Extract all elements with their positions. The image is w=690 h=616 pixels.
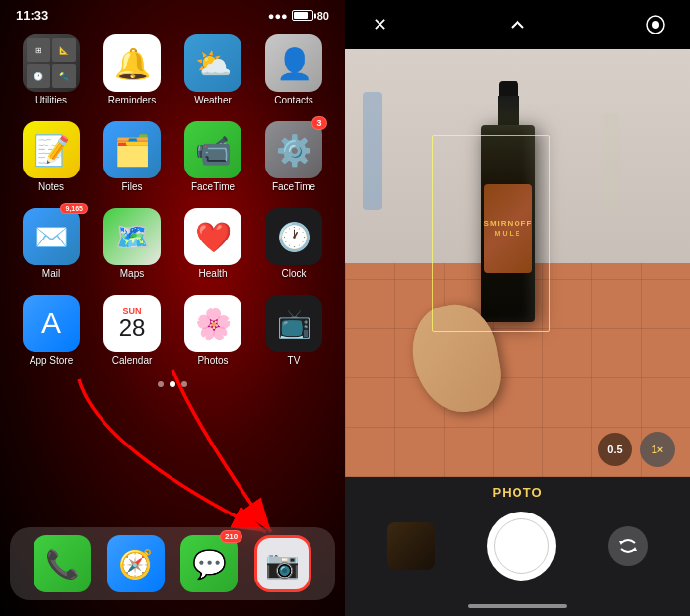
app-contacts[interactable]: 👤 Contacts [258,34,329,105]
health-icon: ❤️ [184,208,242,265]
flip-camera-button[interactable] [608,526,648,566]
camera-view: ✕ [345,0,690,616]
facetime-icon: 📹 [184,121,242,178]
settings-label: FaceTime [272,181,315,192]
settings-icon: ⚙️ 3 [265,121,322,178]
last-photo-thumbnail[interactable] [387,522,435,570]
dot-1 [158,381,164,387]
dot-3 [181,381,187,387]
app-settings[interactable]: ⚙️ 3 FaceTime [258,121,329,192]
calendar-icon: SUN 28 [104,295,161,352]
shutter-button[interactable] [487,512,556,581]
settings-badge: 3 [311,116,327,130]
app-grid-row3: ✉️ 9,165 Mail 🗺️ Maps ❤️ Health 🕐 Clock [0,200,345,287]
utilities-label: Utilities [35,95,67,105]
status-icons: ●●● 80 [268,10,329,22]
camera-viewfinder[interactable]: SMIRNOFF MULE 0.5 1× [345,49,690,477]
dock-messages-wrapper: 💬 210 [180,535,238,592]
app-photos[interactable]: 🌸 Photos [177,295,248,366]
app-grid-row1: ⊞ 📐 🕐 🔦 Utilities 🔔 Reminders ⛅ Weather … [0,27,345,113]
signal-icon: ●●● [268,10,288,22]
app-maps[interactable]: 🗺️ Maps [97,208,168,279]
zoom-indicator: 0.5 1× [598,432,675,467]
app-tv[interactable]: 📺 TV [258,295,329,366]
app-grid-row4: A App Store SUN 28 Calendar 🌸 Photos 📺 T… [0,287,345,374]
zoom-1x-btn[interactable]: 1× [640,432,675,467]
health-label: Health [199,268,228,279]
files-label: Files [121,181,142,192]
messages-badge: 210 [220,530,242,543]
clock: 11:33 [16,8,48,23]
photos-label: Photos [197,355,228,366]
weather-icon: ⛅ [184,34,242,92]
appstore-label: App Store [30,355,73,366]
status-bar: 11:33 ●●● 80 [0,0,345,27]
app-appstore[interactable]: A App Store [16,295,87,366]
page-indicator [0,374,345,391]
bottle-neck [498,96,519,125]
app-notes[interactable]: 📝 Notes [16,121,87,192]
weather-label: Weather [194,95,232,105]
mail-badge: 9,165 [60,203,88,214]
app-mail[interactable]: ✉️ 9,165 Mail [16,208,87,279]
flash-off-icon[interactable]: ✕ [365,10,394,39]
camera-bottom-bar: PHOTO [345,477,690,596]
focus-box [432,135,550,332]
tv-icon: 📺 [265,295,322,352]
camera-top-bar: ✕ [345,0,690,49]
camera-scene: SMIRNOFF MULE 0.5 1× [345,49,690,477]
app-calendar[interactable]: SUN 28 Calendar [97,295,168,366]
dock-camera-wrapper: 📷 [254,535,311,592]
contacts-icon: 👤 [265,34,322,92]
svg-point-3 [652,21,659,29]
app-grid-row2: 📝 Notes 🗂️ Files 📹 FaceTime ⚙️ 3 FaceTim… [0,113,345,200]
app-facetime[interactable]: 📹 FaceTime [177,121,248,192]
app-utilities[interactable]: ⊞ 📐 🕐 🔦 Utilities [16,34,87,105]
iphone-home-screen: 11:33 ●●● 80 ⊞ 📐 🕐 🔦 Utilities [0,0,345,616]
mail-icon: ✉️ 9,165 [23,208,80,265]
dock: 📞 🧭 💬 210 📷 [10,527,335,600]
app-clock[interactable]: 🕐 Clock [258,208,329,279]
zoom-05-btn[interactable]: 0.5 [598,433,632,466]
app-files[interactable]: 🗂️ Files [97,121,168,192]
battery-pct: 80 [317,10,329,22]
clock-label: Clock [281,268,306,279]
maps-label: Maps [120,268,144,279]
reminders-icon: 🔔 [104,34,161,92]
maps-icon: 🗺️ [104,208,161,265]
dock-safari[interactable]: 🧭 [107,535,165,592]
bg-bottle-2 [604,113,619,212]
chevron-up-icon[interactable] [503,10,532,39]
dock-messages[interactable]: 💬 [180,535,238,592]
dock-camera[interactable]: 📷 [254,535,311,592]
dot-2 [170,381,175,387]
clock-icon: 🕐 [265,208,322,265]
photos-icon: 🌸 [184,295,242,352]
facetime-label: FaceTime [191,181,235,192]
bg-bottle-1 [363,92,382,210]
camera-controls [345,508,690,588]
app-reminders[interactable]: 🔔 Reminders [97,34,168,105]
app-health[interactable]: ❤️ Health [177,208,248,279]
battery-icon [292,10,313,21]
tv-label: TV [288,355,301,366]
reminders-label: Reminders [108,95,156,105]
calendar-label: Calendar [112,355,153,366]
utilities-icon: ⊞ 📐 🕐 🔦 [23,34,80,92]
bottle-cap [499,81,518,96]
dock-phone[interactable]: 📞 [34,535,91,592]
app-weather[interactable]: ⛅ Weather [177,34,248,105]
mail-label: Mail [42,268,60,279]
appstore-icon: A [23,295,80,352]
home-bar [468,604,567,608]
notes-icon: 📝 [23,121,80,178]
contacts-label: Contacts [274,95,312,105]
calendar-date: 28 [119,316,146,340]
live-photo-icon[interactable] [641,10,670,39]
files-icon: 🗂️ [104,121,161,178]
notes-label: Notes [38,181,64,192]
camera-mode-label: PHOTO [345,485,690,508]
home-indicator [345,596,690,616]
